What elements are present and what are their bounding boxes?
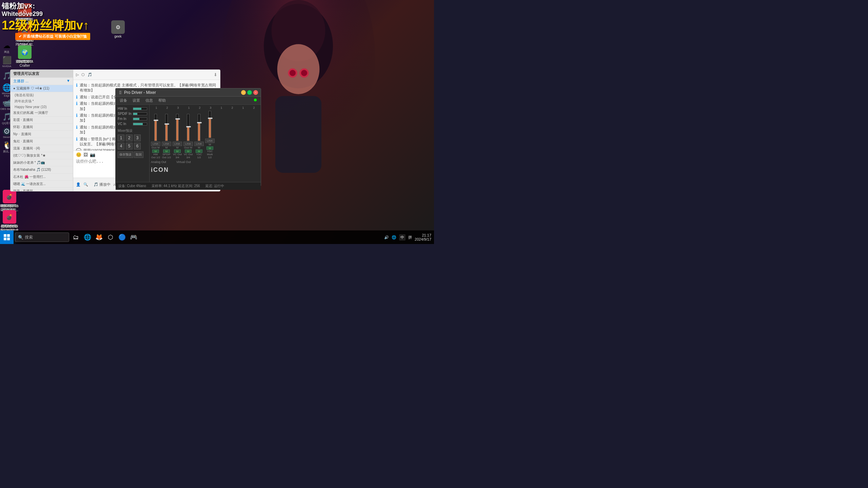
mixer-save-btn[interactable]: 保存预设 [118,151,133,158]
sidebar-app-wangpan[interactable]: ☁ 网盘 [0,41,14,54]
chat-toolbar: ▷ ⬡ 🎵 ⬇ [73,70,220,80]
chat-sub-kuanian[interactable]: 跨年欢庆场 * [11,98,73,104]
mixer-preset-4[interactable]: 4 [118,143,124,149]
mixer-close-btn[interactable]: × [253,90,258,95]
taskbar-icon-filemanager[interactable]: 🗂 [71,232,81,243]
link-btn-6[interactable]: LINK [205,139,215,143]
ch-header-8: 2 [231,106,233,109]
chat-item-bubu[interactable]: 布布Yabahaha 🎵 (1128) [11,166,73,174]
fader-handle-1 [154,120,158,121]
mixer-minimize-btn[interactable]: − [241,90,246,95]
taskbar-icon-game[interactable]: 🎮 [128,232,139,243]
ch-header-3: 3 [177,106,179,109]
link-btn-3[interactable]: LINK [173,142,182,146]
chat-item-huaicai[interactable]: 怀彩 · 直播间 [11,124,73,131]
chat-sub-happy[interactable]: Happy New year (10) [11,104,73,109]
svg-rect-11 [4,238,6,240]
bottom-search-icon[interactable]: 🔍 [83,182,88,187]
taskbar-lang-pin[interactable]: 拼 [408,235,412,240]
taskbar-network-icon[interactable]: 🌐 [392,235,396,240]
link-btn-5[interactable]: LINK [194,142,204,146]
link-btn-1[interactable]: LINK [151,142,160,146]
mute-1[interactable]: M [152,149,159,153]
chat-item-zhuzhu[interactable]: 珠珠 · 直播间 [11,188,73,191]
taskbar-volume-icon[interactable]: 🔊 [384,235,389,240]
mixer-spdif-bar [133,113,147,115]
mixer-fader-3[interactable] [176,114,179,141]
mixer-fader-6[interactable] [209,111,211,138]
mixer-menu-device[interactable]: 设备 [120,98,127,103]
chat-group-baozhang[interactable]: ● 宝藏频率 ♡ +4★ (11) [11,85,73,92]
sidebar-app-nvidia[interactable]: ⬛ NVIDIA [0,55,14,68]
ch-header-10: 2 [253,106,255,109]
mixer-preset-3[interactable]: 3 [134,135,141,141]
chat-sub-haijing[interactable]: (海选名现场) [11,92,73,98]
mute-2[interactable]: M [163,149,170,153]
link-btn-2[interactable]: LINK [162,142,171,146]
icon-dizero[interactable]: 🌍 地乞零 [15,45,34,64]
toolbar-scroll-down[interactable]: ⬇ [214,72,217,77]
ch-header-4: 1 [188,106,190,109]
ch-header-5: 2 [199,106,200,109]
msg-icon-2: ℹ [76,95,78,100]
mute-6[interactable]: M [206,146,213,150]
mute-3[interactable]: M [174,149,181,153]
mixer-menu-help[interactable]: 帮助 [158,98,166,103]
taskbar-icon-hex[interactable]: ⬡ [105,232,116,243]
notif-text: ✔ 开通/续费钻石权益 可装填小白定制T恤 [19,34,87,39]
mixer-maximize-btn[interactable]: □ [247,90,252,95]
mixer-preset-6[interactable]: 6 [134,143,141,149]
mixer-preset-2[interactable]: 2 [126,135,133,141]
mixer-preset-1[interactable]: 1 [118,135,124,141]
mixer-title: Pro Driver - Mixer [124,90,156,95]
taskbar-search-box[interactable]: 🔍 搜索 [15,232,69,242]
notification-banner[interactable]: ✔ 开通/续费钻石权益 可装填小白定制T恤 [15,33,90,40]
input-emoji-btn[interactable]: 😊 [76,152,81,157]
toolbar-broadcast: ▷ [76,73,79,77]
taskbar-start-button[interactable] [0,230,14,244]
taskbar-icon-circle[interactable]: 🔵 [117,232,127,243]
taskbar-search-icon: 🔍 [18,235,23,240]
taskbar-icon-edge[interactable]: 🌐 [82,232,93,243]
bottom-play[interactable]: 🎵 播放中 [94,182,111,187]
mixer-preset-5[interactable]: 5 [126,143,133,149]
chat-item-meimei[interactable]: 妹妹的小老弟 * 🎵📺 [11,159,73,166]
icon-oopz2[interactable]: 💣 Oopz [0,210,19,228]
chat-item-fayou[interactable]: 发友们的私藏 一演播厅 [11,109,73,117]
input-screen-btn[interactable]: 📷 [90,152,95,157]
icon-logo-area: iCON [151,166,259,174]
mixer-hw-fill [133,108,141,110]
input-pic-btn[interactable]: 🖼 [83,152,88,157]
mixer-menu-settings[interactable]: 设置 [133,98,140,103]
chat-item-tushe[interactable]: 兔社 · 直播间 [11,138,73,145]
ch-header-7: 1 [220,106,222,109]
chat-item-caihen[interactable]: 彩蛋 · 直播间 [11,117,73,124]
mixer-fader-5[interactable] [198,114,200,141]
taskbar-icon-firefox[interactable]: 🦊 [94,232,104,243]
chat-item-ny[interactable]: Ny· · 直播间 [11,131,73,138]
chat-item-enen[interactable]: 嗯嗯 🌊 一请勿发言... [11,181,73,188]
mixer-load-btn[interactable]: 取回 [134,151,143,158]
mute-5[interactable]: M [196,149,202,153]
ch-header-6: 3 [210,106,211,109]
icon-oopz[interactable]: 💣 Oopz [0,190,19,208]
toolbar-music: 🎵 [87,73,92,77]
icon-geek[interactable]: ⚙ geek [108,20,127,39]
chat-group-label[interactable]: 主播群 ... ▼ [11,78,73,85]
mixer-fader-1[interactable] [154,114,157,141]
chat-item-shimu[interactable]: 石木杜 🌺 一曾用打... [11,174,73,181]
mixer-fader-2[interactable] [165,114,168,141]
mixer-vc-label: VC In [118,122,133,126]
chat-sidebar-header: 管理员可以发言 [11,70,73,78]
mixer-fader-4[interactable] [187,114,190,141]
msg-icon-3: ℹ [76,101,78,106]
bottom-user-icon[interactable]: 👤 [76,182,81,187]
mixer-menu-info[interactable]: 信息 [145,98,153,103]
mute-4[interactable]: M [185,149,192,153]
mixer-hw-bar [133,107,147,110]
chat-item-liuluo[interactable]: 流落 · 直播间 · (4) [11,145,73,152]
chat-item-girl[interactable]: (优♡♡) 脑放女装 *★ [11,152,73,159]
taskbar-lang-zh[interactable]: 中 [399,234,406,241]
mixer-preset-btns: 1 2 3 [118,135,147,141]
link-btn-4[interactable]: LINK [183,142,193,146]
